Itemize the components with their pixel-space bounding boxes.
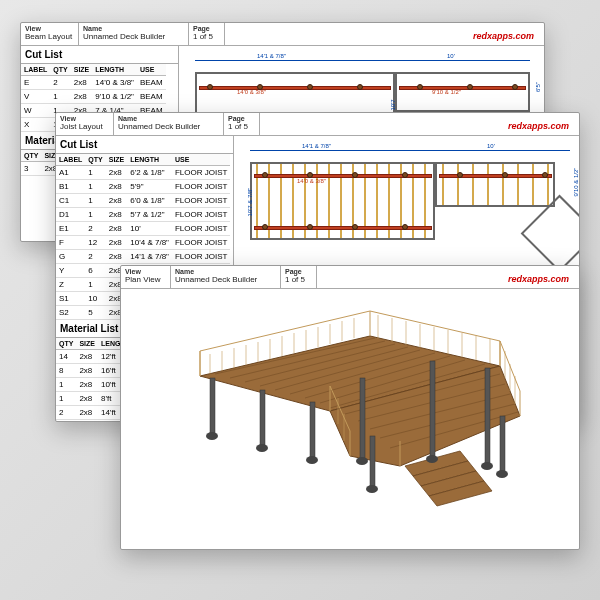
- svg-rect-52: [485, 368, 490, 463]
- table-row: E22x814'0 & 3/8"BEAM: [21, 76, 166, 90]
- dim-text: 14'0 & 3/8": [237, 89, 266, 95]
- page-value: 1 of 5: [193, 32, 220, 41]
- svg-rect-49: [310, 402, 315, 457]
- table-row: G22x814'1 & 7/8"FLOOR JOIST: [56, 250, 230, 264]
- table-row: V12x89'10 & 1/2"BEAM: [21, 90, 166, 104]
- svg-point-57: [306, 456, 318, 464]
- name-label: Name: [83, 25, 184, 32]
- table-row: F122x810'4 & 7/8"FLOOR JOIST: [56, 236, 230, 250]
- dim-text: 9'10 & 1/2": [432, 89, 461, 95]
- svg-point-55: [206, 432, 218, 440]
- svg-rect-50: [360, 378, 365, 458]
- render-area: [121, 289, 579, 552]
- table-row: C112x86'0 & 1/8"FLOOR JOIST: [56, 194, 230, 208]
- svg-rect-54: [500, 416, 505, 471]
- svg-rect-53: [370, 436, 375, 486]
- table-row: B112x85'9"FLOOR JOIST: [56, 180, 230, 194]
- view-label: View: [25, 25, 74, 32]
- svg-rect-48: [260, 390, 265, 445]
- dim-text: 6'5": [535, 82, 541, 92]
- table-row: A112x86'2 & 1/8"FLOOR JOIST: [56, 166, 230, 180]
- view-value: Beam Layout: [25, 32, 74, 41]
- svg-point-60: [481, 462, 493, 470]
- deck-3d-render: [160, 306, 540, 546]
- svg-point-61: [366, 485, 378, 493]
- page-plan-view: ViewPlan View NameUnnamed Deck Builder P…: [120, 265, 580, 550]
- dim-text: 10': [447, 53, 455, 59]
- svg-point-58: [356, 457, 368, 465]
- name-value: Unnamed Deck Builder: [83, 32, 184, 41]
- page-label: Page: [193, 25, 220, 32]
- dim-text: 10'7: [390, 99, 396, 110]
- svg-point-62: [496, 470, 508, 478]
- dim-text: 14'1 & 7/8": [257, 53, 286, 59]
- header: ViewPlan View NameUnnamed Deck Builder P…: [121, 266, 579, 289]
- svg-point-59: [426, 455, 438, 463]
- cut-list-title: Cut List: [21, 46, 178, 64]
- brand-logo: redxapps.com: [229, 25, 540, 43]
- svg-rect-47: [210, 378, 215, 433]
- svg-rect-51: [430, 361, 435, 456]
- table-row: D112x85'7 & 1/2"FLOOR JOIST: [56, 208, 230, 222]
- header: ViewJoist Layout NameUnnamed Deck Builde…: [56, 113, 579, 136]
- table-row: E122x810'FLOOR JOIST: [56, 222, 230, 236]
- header: ViewBeam Layout NameUnnamed Deck Builder…: [21, 23, 544, 46]
- svg-point-56: [256, 444, 268, 452]
